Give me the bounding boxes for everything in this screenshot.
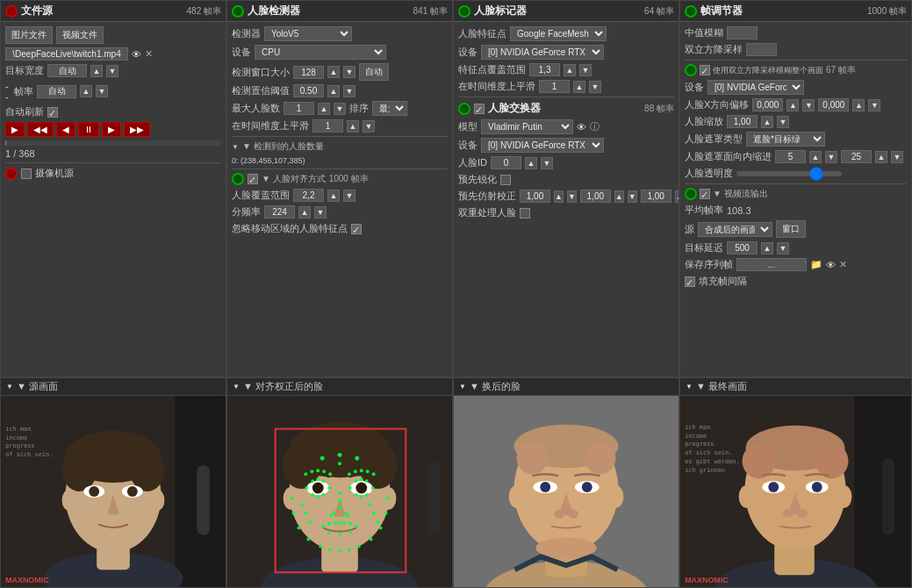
my-spin-down[interactable]: ▼ <box>628 190 637 203</box>
play-btn[interactable]: ▶ <box>5 122 25 137</box>
align-power[interactable] <box>232 173 244 185</box>
face-detector-power[interactable] <box>232 5 244 18</box>
auto-reload-checkbox[interactable]: ✓ <box>47 107 58 118</box>
save-eye-icon[interactable]: 👁 <box>826 260 836 270</box>
coverage-spin-down[interactable]: ▼ <box>343 190 355 202</box>
save-close-icon[interactable]: ✕ <box>839 259 847 270</box>
auto-btn[interactable]: 自动 <box>359 63 389 81</box>
sx-spin-down[interactable]: ▼ <box>802 99 815 111</box>
threshold-spin-down[interactable]: ▼ <box>343 85 355 97</box>
scale-input[interactable] <box>727 115 758 128</box>
bilateral-input[interactable] <box>746 43 777 56</box>
window-spin-down[interactable]: ▼ <box>343 66 355 78</box>
device-select[interactable]: CPU <box>255 45 386 60</box>
shift-y-input[interactable] <box>818 98 849 111</box>
save-input[interactable] <box>736 258 807 271</box>
pause-btn[interactable]: ⏸ <box>78 122 99 137</box>
fps-spin-down[interactable]: ▼ <box>96 85 108 97</box>
fm-cov-spin-up[interactable]: ▲ <box>564 64 576 76</box>
mx-spin-up[interactable]: ▲ <box>554 190 564 203</box>
smooth-spin-down[interactable]: ▼ <box>363 120 375 133</box>
target-width-spin-up[interactable]: ▲ <box>90 65 103 77</box>
shift-x-input[interactable] <box>752 98 783 111</box>
blur-input[interactable] <box>841 150 872 163</box>
model-select[interactable]: Vladimir Putin <box>481 119 573 134</box>
fps-input[interactable] <box>37 85 76 98</box>
delay-input[interactable] <box>727 241 758 255</box>
mx-spin-down[interactable]: ▼ <box>567 190 577 203</box>
sc-spin-up[interactable]: ▲ <box>761 116 773 128</box>
fps-spin-up[interactable]: ▲ <box>80 85 92 97</box>
swapper-power[interactable] <box>458 103 470 115</box>
next-btn[interactable]: ▶▶ <box>124 122 150 137</box>
mz-spin-up[interactable]: ▲ <box>675 190 679 203</box>
max-spin-down[interactable]: ▼ <box>334 103 346 115</box>
target-width-input[interactable] <box>47 64 87 77</box>
tab-image-files[interactable]: 图片文件 <box>5 26 53 44</box>
median-input[interactable] <box>727 26 758 39</box>
fm-cov-spin-down[interactable]: ▼ <box>579 64 592 76</box>
frame-adj-power[interactable] <box>685 5 697 18</box>
bl-spin-down[interactable]: ▼ <box>891 151 903 163</box>
eye-icon[interactable]: 👁 <box>132 49 141 60</box>
inside-input[interactable] <box>775 150 806 163</box>
sort-select[interactable]: 最大 <box>372 101 407 116</box>
face-id-input[interactable] <box>491 156 521 169</box>
file-path-input[interactable] <box>5 47 128 61</box>
file-source-power[interactable] <box>5 5 18 18</box>
swapper-checkbox[interactable]: ✓ <box>474 104 485 114</box>
in-spin-up[interactable]: ▲ <box>809 151 822 163</box>
sub-spin-up[interactable]: ▲ <box>298 206 311 219</box>
dl-spin-down[interactable]: ▼ <box>777 242 789 255</box>
coverage-spin-up[interactable]: ▲ <box>327 190 340 202</box>
bl-spin-up[interactable]: ▲ <box>875 151 887 163</box>
model-eye-icon[interactable]: 👁 <box>577 122 586 133</box>
subsample-input[interactable] <box>264 205 295 219</box>
fid-spin-down[interactable]: ▼ <box>541 157 553 169</box>
rewind-btn[interactable]: ◀ <box>56 122 75 137</box>
fid-spin-up[interactable]: ▲ <box>525 157 537 169</box>
smooth-spin-up[interactable]: ▲ <box>347 120 359 133</box>
fm-smooth-input[interactable] <box>539 80 570 93</box>
face-marker-power[interactable] <box>458 5 470 18</box>
fm-smooth-down[interactable]: ▼ <box>589 81 601 93</box>
align-checkbox[interactable]: ✓ <box>248 174 258 184</box>
sw-device-select[interactable]: [0] NVIDIA GeForce RTX <box>481 138 604 153</box>
my-spin-up[interactable]: ▲ <box>614 190 624 203</box>
fm-smooth-up[interactable]: ▲ <box>573 81 585 93</box>
dl-spin-up[interactable]: ▲ <box>761 242 773 255</box>
pre-sharpen-check[interactable] <box>500 175 511 185</box>
max-faces-input[interactable] <box>284 102 314 115</box>
fm-coverage-input[interactable] <box>529 63 560 76</box>
save-folder-icon[interactable]: 📁 <box>810 259 822 270</box>
fa-device-select[interactable]: [0] NVIDIA GeForce <box>707 80 804 95</box>
double-check[interactable] <box>520 208 530 219</box>
max-spin-up[interactable]: ▲ <box>318 103 330 115</box>
threshold-input[interactable] <box>293 84 324 97</box>
ignore-checkbox[interactable]: ✓ <box>351 224 362 234</box>
close-icon[interactable]: ✕ <box>145 48 153 60</box>
output-btn[interactable]: 窗口 <box>776 220 806 238</box>
detector-select[interactable]: YoloV5 <box>264 26 352 41</box>
window-size-input[interactable] <box>293 66 324 79</box>
forward-btn[interactable]: ▶ <box>102 122 121 137</box>
morph-x-input[interactable] <box>520 190 550 203</box>
stream-power[interactable] <box>685 188 697 200</box>
window-spin-up[interactable]: ▲ <box>327 66 340 78</box>
smooth-input[interactable] <box>312 119 343 133</box>
masking-select[interactable]: 遮脸*目标绿 <box>746 132 825 147</box>
tab-video-files[interactable]: 视频文件 <box>56 26 104 44</box>
sx-spin-up[interactable]: ▲ <box>786 99 799 111</box>
fill-check[interactable]: ✓ <box>685 276 695 287</box>
sub-spin-down[interactable]: ▼ <box>314 206 327 219</box>
subsec-power[interactable] <box>685 64 697 76</box>
model-info-icon[interactable]: ⓘ <box>590 120 600 133</box>
progress-bar[interactable] <box>5 140 221 146</box>
threshold-spin-up[interactable]: ▲ <box>327 85 340 97</box>
in-spin-down[interactable]: ▼ <box>825 151 837 163</box>
stream-check[interactable]: ✓ <box>700 189 710 199</box>
opacity-slider[interactable] <box>736 171 842 176</box>
morph-z-input[interactable] <box>641 190 671 203</box>
target-width-spin-down[interactable]: ▼ <box>106 65 118 77</box>
morph-y-input[interactable] <box>580 190 611 203</box>
